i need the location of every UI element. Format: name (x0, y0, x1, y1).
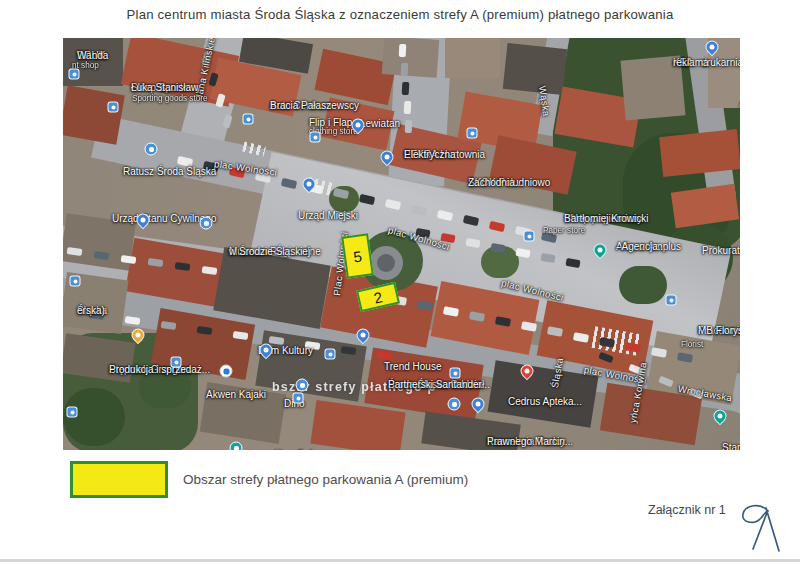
car-dealer-icon (243, 114, 254, 125)
insurance-pin-icon (593, 244, 608, 262)
zone-number: 2 (372, 288, 384, 306)
culture-house-pin-icon (259, 344, 274, 362)
parked-car (402, 82, 410, 95)
clothing-shop-icon (310, 132, 321, 143)
map-terrain-block (63, 85, 125, 144)
trend-house-pin-icon (356, 329, 371, 347)
law-office-pin-icon (471, 398, 486, 416)
dino-shop-icon (293, 393, 304, 404)
supermarket-pin-icon (351, 119, 366, 137)
parked-car (121, 255, 137, 264)
zone-5: 5 (341, 233, 374, 278)
map-terrain-block (377, 254, 395, 272)
zone-number: 5 (352, 247, 363, 265)
pub-icon (70, 276, 81, 287)
workshop-icon (171, 357, 182, 368)
pharmacy-pin-icon (520, 365, 535, 383)
map-terrain-block (503, 43, 567, 95)
town-hall-icon (145, 143, 158, 156)
florist-shop-icon (666, 295, 677, 306)
page-title: Plan centrum miasta Środa Śląska z oznac… (0, 7, 800, 22)
parked-car (403, 101, 411, 114)
attachment-label: Załącznik nr 1 (648, 503, 726, 517)
sport-shop-icon (108, 102, 119, 113)
shop-icon-1 (450, 368, 461, 379)
map-terrain-block (382, 38, 440, 78)
electrical-pin-icon (380, 151, 395, 169)
bank-santander-icon (325, 349, 336, 360)
printing-pin-icon (705, 41, 720, 59)
city-office-pin-icon (302, 178, 317, 196)
food-pin-icon (131, 329, 146, 347)
legend-label: Obszar strefy płatnego parkowania A (pre… (183, 472, 468, 487)
paper-shop-icon (524, 231, 535, 242)
legend-swatch (70, 461, 168, 498)
parked-car (400, 63, 408, 76)
bank-skok-icon (467, 128, 478, 139)
museum-icon (200, 217, 213, 230)
shop-icon-2 (448, 398, 461, 411)
scan-edge (0, 559, 800, 562)
kayak-icon (220, 365, 233, 378)
cinema-icon (230, 442, 243, 451)
satellite-map: 52DRUKWandant shopSklep SportowyŁuka Sta… (63, 38, 740, 450)
map-terrain-block (445, 38, 500, 78)
map-terrain-block (659, 129, 740, 177)
map-terrain-block (310, 400, 405, 450)
print-shop-icon (69, 69, 80, 80)
starostwo-pin-icon (713, 410, 728, 428)
map-terrain-block (619, 266, 667, 304)
signature-mark (730, 498, 792, 556)
shop-icon-4 (67, 407, 78, 418)
shop-icon-3 (296, 379, 309, 392)
parked-car (399, 44, 407, 57)
civil-office-pin-icon (136, 214, 151, 232)
parked-car (405, 120, 413, 133)
